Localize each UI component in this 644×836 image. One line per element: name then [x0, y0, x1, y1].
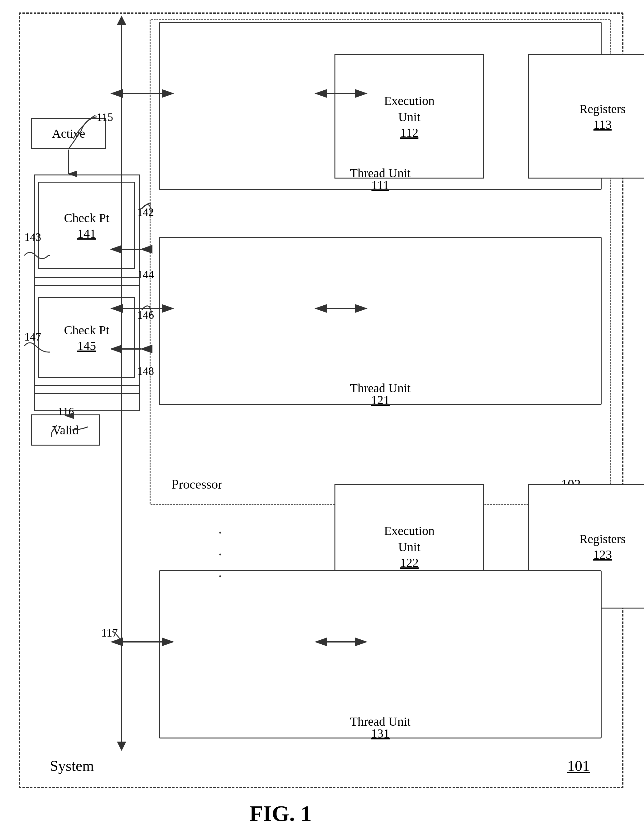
num-148: 148	[137, 364, 154, 378]
num-116: 116	[58, 405, 74, 418]
thread-unit-131-box: ExecutionUnit 132 Registers 133 Thread U…	[159, 570, 602, 738]
reg-113-box: Registers 113	[528, 54, 644, 178]
thread-unit-121-box: ExecutionUnit 122 Registers 123 Thread U…	[159, 237, 602, 405]
processor-label: Processor	[172, 477, 222, 492]
memory-line-4	[35, 393, 139, 394]
reg-113-label: Registers	[579, 101, 626, 117]
figure-title: FIG. 1	[249, 801, 312, 827]
checkpoint-145-label: Check Pt	[64, 322, 110, 338]
exec-unit-112-box: ExecutionUnit 112	[335, 54, 484, 178]
num-147: 147	[25, 330, 41, 343]
ellipsis-dots: ...	[218, 517, 222, 583]
num-146: 146	[137, 309, 154, 322]
reg-113-number: 113	[593, 117, 612, 132]
checkpoint-141-label: Check Pt	[64, 210, 110, 226]
active-box: Active	[31, 118, 106, 149]
active-label: Active	[52, 126, 85, 141]
checkpoint-141-number: 141	[77, 226, 96, 241]
num-144: 144	[137, 268, 154, 281]
page: System 101 Processor 102 ExecutionUnit 1…	[0, 0, 644, 836]
memory-line-3	[35, 385, 139, 386]
valid-box: Valid	[31, 415, 100, 446]
checkpoint-141-box: Check Pt 141	[38, 182, 135, 269]
system-label: System	[50, 757, 94, 774]
reg-123-label: Registers	[579, 531, 626, 547]
num-115: 115	[96, 111, 113, 124]
thread-131-number: 131	[160, 726, 601, 741]
num-142: 142	[137, 206, 154, 219]
reg-123-number: 123	[593, 547, 612, 562]
exec-122-label: ExecutionUnit	[384, 523, 435, 555]
exec-112-number: 112	[400, 125, 418, 140]
system-number: 101	[567, 757, 590, 774]
thread-unit-111-box: ExecutionUnit 112 Registers 113 Thread U…	[159, 22, 602, 190]
num-143: 143	[25, 230, 41, 244]
checkpoint-145-box: Check Pt 145	[38, 297, 135, 378]
exec-112-label: ExecutionUnit	[384, 93, 435, 125]
memory-114-box: Check Pt 141 Check Pt 145	[34, 175, 140, 411]
thread-121-number: 121	[160, 393, 601, 407]
memory-line-2	[35, 285, 139, 286]
thread-111-number: 111	[160, 178, 601, 192]
num-117: 117	[101, 626, 118, 639]
memory-line-1	[35, 277, 139, 278]
valid-label: Valid	[52, 423, 78, 438]
checkpoint-145-number: 145	[77, 338, 96, 353]
exec-122-number: 122	[400, 555, 418, 570]
